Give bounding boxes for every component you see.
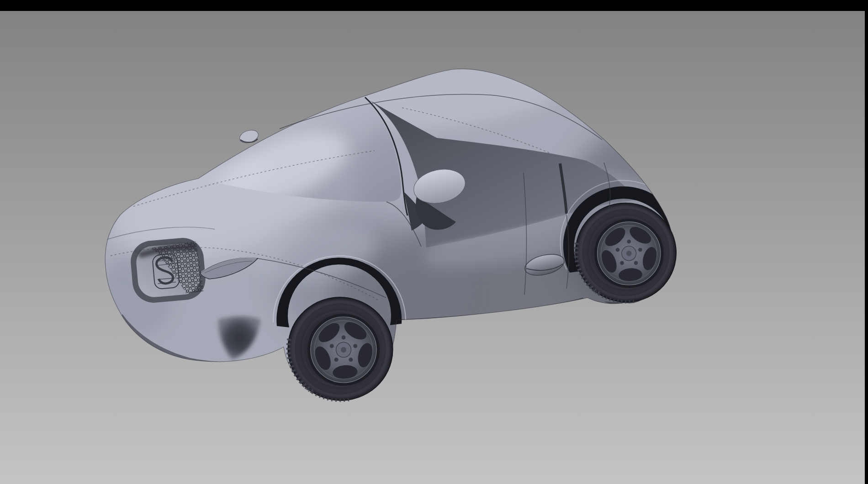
grille xyxy=(129,236,207,304)
letterbox-right-bar xyxy=(865,0,868,484)
viewport-canvas[interactable] xyxy=(0,0,868,484)
viewport[interactable] xyxy=(0,0,868,484)
letterbox-top-bar xyxy=(0,0,868,11)
